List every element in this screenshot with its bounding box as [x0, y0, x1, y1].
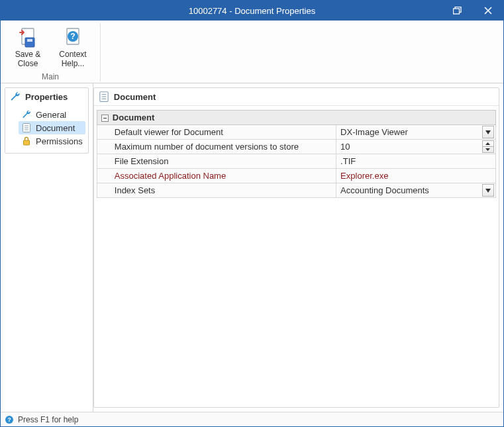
status-hint: Press F1 for help — [18, 415, 78, 424]
svg-text:?: ? — [7, 416, 11, 423]
ribbon: Save & Close ? Context Help... Main — [1, 21, 503, 83]
sidebar-item-permissions[interactable]: Permissions — [19, 134, 85, 148]
collapse-toggle-icon[interactable] — [101, 115, 109, 122]
property-name: Associated Application Name — [97, 169, 336, 183]
property-name: Index Sets — [97, 183, 336, 198]
body: Properties General Document — [1, 83, 503, 412]
svg-rect-4 — [27, 39, 32, 42]
property-value-text: .TIF — [340, 156, 356, 166]
property-value[interactable]: Accounting Documents — [336, 183, 496, 198]
titlebar: 10002774 - Document Properties — [1, 1, 503, 21]
property-grid-title: Document — [114, 92, 156, 102]
window: 10002774 - Document Properties — [0, 0, 504, 427]
svg-rect-1 — [454, 9, 460, 14]
property-row: Default viewer for DocumentDX-Image View… — [97, 125, 495, 140]
properties-header-label: Properties — [25, 92, 68, 102]
restore-button[interactable] — [442, 1, 473, 21]
property-value-text: Explorer.exe — [340, 171, 388, 181]
property-category-label: Document — [113, 113, 155, 122]
main: Document DocumentDefault viewer for Docu… — [93, 83, 503, 412]
property-value[interactable]: Explorer.exe — [336, 169, 496, 183]
sidebar-item-document[interactable]: Document — [19, 121, 85, 134]
titlebar-actions — [442, 1, 503, 21]
properties-tree: General Document Permissions — [5, 105, 88, 153]
close-button[interactable] — [473, 1, 503, 21]
properties-panel: Properties General Document — [5, 87, 89, 154]
property-value-text: 10 — [340, 142, 350, 152]
document-icon — [21, 122, 32, 133]
properties-header: Properties — [5, 88, 88, 105]
chevron-down-icon — [485, 189, 491, 193]
property-grid-panel: Document DocumentDefault viewer for Docu… — [93, 87, 499, 408]
property-value-text: Accounting Documents — [340, 185, 429, 195]
chevron-up-icon — [485, 142, 490, 145]
statusbar: ? Press F1 for help — [1, 412, 503, 426]
sidebar-item-label: Permissions — [36, 136, 83, 146]
help-icon: ? — [5, 415, 14, 424]
property-row: Maximum number of document versions to s… — [97, 140, 495, 154]
chevron-down-icon — [485, 130, 491, 134]
property-name: Maximum number of document versions to s… — [97, 140, 336, 154]
property-grid-header: Document — [94, 88, 499, 106]
wrench-icon — [21, 109, 32, 120]
save-close-icon — [17, 27, 38, 48]
context-help-label: Context Help... — [59, 50, 86, 68]
property-value[interactable]: 10 — [336, 140, 496, 154]
ribbon-group-main: Save & Close ? Context Help... Main — [5, 23, 101, 81]
dropdown-button[interactable] — [482, 184, 494, 197]
sidebar-item-label: Document — [36, 123, 75, 133]
property-name: Default viewer for Document — [97, 125, 336, 140]
spinner-buttons[interactable] — [482, 140, 494, 153]
sidebar-item-label: General — [36, 110, 66, 120]
property-row: File Extension.TIF — [97, 154, 495, 169]
document-icon — [98, 91, 110, 103]
save-close-button[interactable]: Save & Close — [8, 24, 48, 70]
property-category-row[interactable]: Document — [97, 111, 495, 125]
chevron-down-icon — [485, 148, 490, 151]
window-title: 10002774 - Document Properties — [189, 6, 316, 16]
help-icon: ? — [62, 27, 83, 48]
spinner-up[interactable] — [483, 141, 493, 147]
property-row: Associated Application NameExplorer.exe — [97, 169, 495, 183]
svg-text:?: ? — [70, 32, 75, 41]
save-close-label: Save & Close — [15, 50, 41, 68]
property-value[interactable]: DX-Image Viewer — [336, 125, 496, 140]
wrench-icon — [9, 91, 21, 103]
property-value-text: DX-Image Viewer — [340, 127, 408, 137]
lock-icon — [21, 136, 32, 146]
dropdown-button[interactable] — [482, 126, 494, 138]
svg-rect-12 — [24, 140, 30, 145]
restore-icon — [453, 7, 462, 15]
property-name: File Extension — [97, 154, 336, 169]
context-help-button[interactable]: ? Context Help... — [53, 24, 93, 70]
property-row: Index SetsAccounting Documents — [97, 183, 495, 198]
close-icon — [484, 7, 492, 15]
sidebar-item-general[interactable]: General — [19, 108, 85, 121]
ribbon-group-caption: Main — [42, 72, 59, 81]
property-value[interactable]: .TIF — [336, 154, 496, 169]
spinner-down[interactable] — [483, 147, 493, 153]
sidebar: Properties General Document — [1, 83, 93, 412]
property-grid: DocumentDefault viewer for DocumentDX-Im… — [94, 106, 499, 407]
